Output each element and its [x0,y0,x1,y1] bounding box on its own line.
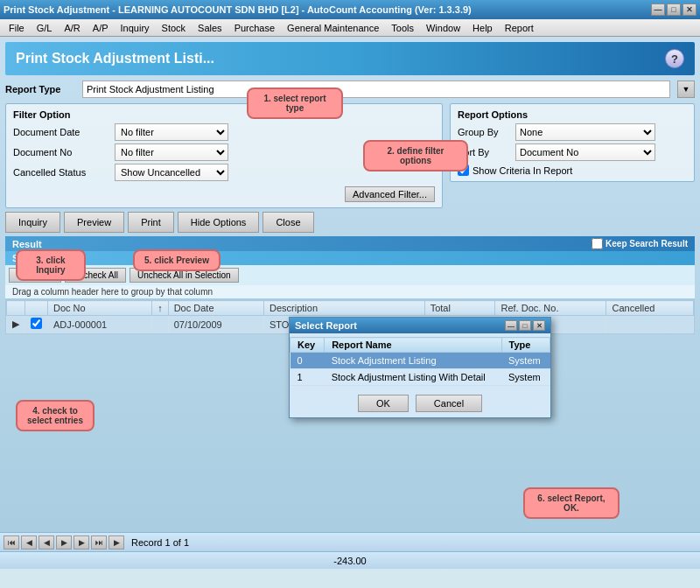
window-controls[interactable]: — □ ✕ [651,4,696,16]
menu-purchase[interactable]: Purchase [229,22,280,34]
tooltip-step6: 6. select Report,OK. [523,487,620,519]
menu-stock[interactable]: Stock [157,22,192,34]
dialog-footer: OK Cancel [290,389,550,417]
title-bar: Print Stock Adjustment - LEARNING AUTOCO… [0,0,700,19]
dialog-key-1: 1 [290,369,325,386]
dialog-col-name: Report Name [325,338,501,353]
minimize-btn[interactable]: — [651,4,665,16]
dialog-maximize-btn[interactable]: □ [519,320,531,331]
menu-window[interactable]: Window [421,22,466,34]
select-report-dialog: Select Report — □ ✕ Key Report Name Type [289,317,551,418]
close-btn[interactable]: ✕ [682,4,696,16]
dialog-table-header: Key Report Name Type [290,338,550,353]
menu-help[interactable]: Help [467,22,498,34]
dialog-key-0: 0 [290,353,325,369]
dialog-col-type: Type [501,338,550,353]
menu-file[interactable]: File [4,22,30,34]
menu-gl[interactable]: G/L [32,22,58,34]
dialog-report-name-1: Stock Adjustment Listing With Detail [325,369,501,386]
tooltip-step3: 3. clickInquiry [16,249,86,281]
menu-ap[interactable]: A/P [88,22,114,34]
dialog-title: Select Report [295,320,357,331]
tooltip-step1: 1. select reporttype [247,88,343,119]
dialog-overlay: Select Report — □ ✕ Key Report Name Type [0,37,700,569]
main-content: Print Stock Adjustment Listi... ? Report… [0,37,700,569]
dialog-type-0: System [501,353,550,369]
dialog-minimize-btn[interactable]: — [505,320,517,331]
dialog-row-1[interactable]: 1 Stock Adjustment Listing With Detail S… [290,369,550,386]
maximize-btn[interactable]: □ [667,4,681,16]
menu-inquiry[interactable]: Inquiry [116,22,155,34]
dialog-report-name-0: Stock Adjustment Listing [325,353,501,369]
tooltip-step4: 4. check toselect entries [16,400,94,431]
dialog-type-1: System [501,369,550,386]
window-title: Print Stock Adjustment - LEARNING AUTOCO… [4,4,472,15]
dialog-close-btn[interactable]: ✕ [533,320,545,331]
dialog-table: Key Report Name Type 0 Stock Adjustment … [290,337,550,386]
menu-sales[interactable]: Sales [192,22,228,34]
menu-tools[interactable]: Tools [386,22,419,34]
dialog-col-key: Key [290,338,325,353]
dialog-cancel-button[interactable]: Cancel [416,395,482,412]
menu-general-maintenance[interactable]: General Maintenance [282,22,384,34]
menu-bar: File G/L A/R A/P Inquiry Stock Sales Pur… [0,19,700,37]
dialog-ok-button[interactable]: OK [358,395,409,412]
dialog-row-0[interactable]: 0 Stock Adjustment Listing System [290,353,550,369]
tooltip-step5: 5. click Preview [133,249,220,271]
menu-ar[interactable]: A/R [59,22,85,34]
menu-report[interactable]: Report [500,22,539,34]
tooltip-step2: 2. define filteroptions [363,140,468,172]
dialog-window-controls[interactable]: — □ ✕ [505,320,545,331]
dialog-title-bar: Select Report — □ ✕ [290,318,550,333]
